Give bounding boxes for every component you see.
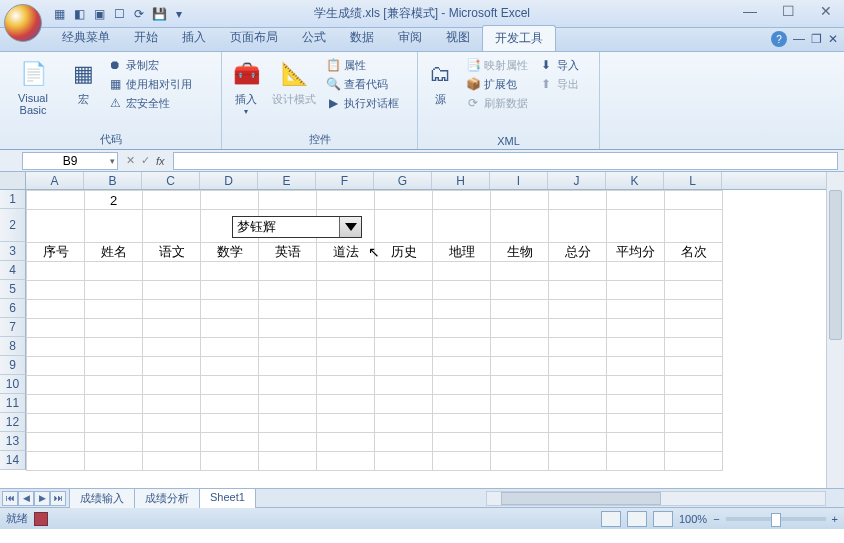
column-header[interactable]: J (548, 172, 606, 189)
qat-dropdown-icon[interactable]: ▾ (170, 5, 188, 23)
ribbon-tab[interactable]: 开始 (122, 25, 170, 51)
cell[interactable] (665, 433, 723, 452)
cell[interactable] (433, 395, 491, 414)
cell[interactable] (491, 357, 549, 376)
cell[interactable] (143, 262, 201, 281)
cell[interactable] (85, 262, 143, 281)
cell[interactable] (143, 191, 201, 210)
page-break-view-button[interactable] (653, 511, 673, 527)
vscroll-thumb[interactable] (829, 190, 842, 340)
cell[interactable] (549, 300, 607, 319)
cell[interactable] (607, 262, 665, 281)
row-header[interactable]: 4 (0, 261, 26, 280)
fx-icon[interactable]: fx (156, 155, 165, 167)
cell[interactable] (433, 262, 491, 281)
cell[interactable] (85, 281, 143, 300)
cell[interactable] (549, 376, 607, 395)
enter-formula-icon[interactable]: ✓ (141, 154, 150, 167)
cell[interactable] (433, 338, 491, 357)
cell[interactable] (607, 376, 665, 395)
view-code-button[interactable]: 🔍查看代码 (322, 75, 402, 93)
cell[interactable] (143, 414, 201, 433)
row-header[interactable]: 2 (0, 209, 26, 242)
xml-source-button[interactable]: 🗂 源 (422, 54, 458, 111)
cell[interactable] (491, 452, 549, 471)
cell[interactable] (549, 357, 607, 376)
cell[interactable] (85, 319, 143, 338)
qat-picture-icon[interactable]: ▣ (90, 5, 108, 23)
cell[interactable] (433, 414, 491, 433)
workbook-restore-icon[interactable]: ❐ (811, 32, 822, 46)
cell[interactable] (317, 281, 375, 300)
horizontal-scrollbar[interactable] (486, 491, 826, 506)
import-button[interactable]: ⬇导入 (535, 56, 582, 74)
ribbon-tab[interactable]: 开发工具 (482, 25, 556, 51)
cell[interactable] (607, 319, 665, 338)
cell[interactable] (549, 191, 607, 210)
cell[interactable]: 名次 (665, 243, 723, 262)
row-header[interactable]: 12 (0, 413, 26, 432)
cell[interactable] (259, 191, 317, 210)
cell[interactable] (143, 281, 201, 300)
design-mode-button[interactable]: 📐 设计模式 (270, 54, 318, 111)
cell[interactable] (259, 452, 317, 471)
cell[interactable] (433, 376, 491, 395)
qat-chart-icon[interactable]: ◧ (70, 5, 88, 23)
cell[interactable] (259, 300, 317, 319)
cell[interactable] (27, 338, 85, 357)
combobox-control[interactable]: 梦钰辉 (232, 216, 362, 238)
cell[interactable] (491, 262, 549, 281)
cell[interactable] (607, 338, 665, 357)
cell[interactable] (375, 281, 433, 300)
cell[interactable] (375, 338, 433, 357)
cell[interactable]: 英语 (259, 243, 317, 262)
cell[interactable] (549, 210, 607, 243)
sheet-tab[interactable]: Sheet1 (199, 488, 256, 508)
row-header[interactable]: 7 (0, 318, 26, 337)
cell[interactable] (433, 281, 491, 300)
cell[interactable] (259, 433, 317, 452)
cell[interactable] (433, 191, 491, 210)
cell[interactable] (433, 300, 491, 319)
use-relative-button[interactable]: ▦使用相对引用 (104, 75, 195, 93)
cell[interactable] (607, 395, 665, 414)
cell[interactable] (27, 191, 85, 210)
cell[interactable] (665, 338, 723, 357)
cell[interactable] (27, 452, 85, 471)
close-button[interactable]: ✕ (812, 2, 840, 20)
cell[interactable] (317, 376, 375, 395)
visual-basic-button[interactable]: 📄 Visual Basic (4, 54, 62, 120)
cell[interactable] (317, 300, 375, 319)
cell[interactable]: 地理 (433, 243, 491, 262)
cell[interactable] (375, 452, 433, 471)
cell[interactable] (259, 376, 317, 395)
zoom-level[interactable]: 100% (679, 513, 707, 525)
cell[interactable]: 总分 (549, 243, 607, 262)
record-macro-button[interactable]: ⏺录制宏 (104, 56, 195, 74)
column-header[interactable]: E (258, 172, 316, 189)
cell[interactable] (665, 395, 723, 414)
select-all-corner[interactable] (0, 172, 26, 190)
cell[interactable] (317, 433, 375, 452)
cell[interactable] (259, 414, 317, 433)
cell[interactable] (375, 433, 433, 452)
cell[interactable] (85, 414, 143, 433)
cell[interactable] (491, 376, 549, 395)
cell[interactable] (27, 433, 85, 452)
row-header[interactable]: 9 (0, 356, 26, 375)
cell[interactable] (27, 319, 85, 338)
cell[interactable] (201, 281, 259, 300)
ribbon-tab[interactable]: 页面布局 (218, 25, 290, 51)
cell[interactable] (143, 376, 201, 395)
cell[interactable] (317, 319, 375, 338)
cell[interactable] (85, 376, 143, 395)
cell[interactable] (201, 433, 259, 452)
column-header[interactable]: G (374, 172, 432, 189)
row-header[interactable]: 5 (0, 280, 26, 299)
cell[interactable] (27, 414, 85, 433)
sheet-nav-next[interactable]: ▶ (34, 491, 50, 506)
cell[interactable] (665, 281, 723, 300)
macro-record-status-icon[interactable] (34, 512, 48, 526)
worksheet-grid[interactable]: ABCDEFGHIJKL 1234567891011121314 2序号姓名语文… (0, 172, 844, 488)
cell[interactable] (27, 210, 85, 243)
